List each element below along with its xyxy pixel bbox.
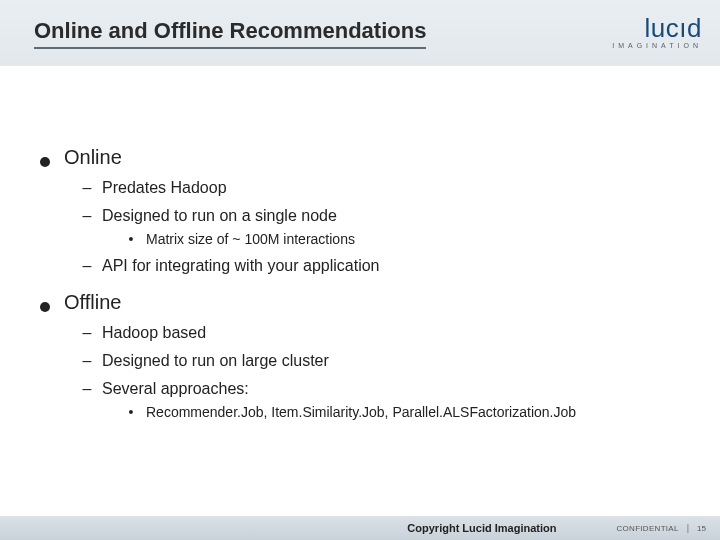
bullet-text: Designed to run on large cluster — [102, 352, 329, 370]
bullet-level2: – Hadoop based — [82, 324, 680, 342]
bullet-level2: – Designed to run on a single node — [82, 207, 680, 225]
bullet-level2: – Designed to run on large cluster — [82, 352, 680, 370]
bullet-level1: Online — [40, 146, 680, 169]
dot-bullet-icon: • — [126, 231, 136, 247]
logo-text-part2: d — [687, 13, 702, 43]
dash-bullet-icon: – — [82, 257, 92, 275]
dash-bullet-icon: – — [82, 207, 92, 225]
footer-copyright: Copyright Lucid Imagination — [407, 522, 556, 534]
header-band: Online and Offline Recommendations lucıd… — [0, 0, 720, 66]
bullet-text: Several approaches: — [102, 380, 249, 398]
bullet-level2: – Predates Hadoop — [82, 179, 680, 197]
bullet-text: Matrix size of ~ 100M interactions — [146, 231, 355, 247]
bullet-text: Designed to run on a single node — [102, 207, 337, 225]
bullet-level2: – API for integrating with your applicat… — [82, 257, 680, 275]
dash-bullet-icon: – — [82, 324, 92, 342]
bullet-text: Hadoop based — [102, 324, 206, 342]
bullet-text: API for integrating with your applicatio… — [102, 257, 379, 275]
footer-band: Copyright Lucid Imagination CONFIDENTIAL… — [0, 516, 720, 540]
section-heading: Online — [64, 146, 122, 169]
slide: Online and Offline Recommendations lucıd… — [0, 0, 720, 540]
bullet-level2: – Several approaches: — [82, 380, 680, 398]
bullet-text: Recommender.Job, Item.Similarity.Job, Pa… — [146, 404, 576, 420]
spacer — [40, 275, 680, 285]
logo-text-part1: lucı — [645, 13, 687, 43]
footer-confidential: CONFIDENTIAL — [616, 524, 678, 533]
dot-bullet-icon: • — [126, 404, 136, 420]
bullet-text: Predates Hadoop — [102, 179, 227, 197]
disc-bullet-icon — [40, 302, 50, 312]
dash-bullet-icon: – — [82, 380, 92, 398]
disc-bullet-icon — [40, 157, 50, 167]
dash-bullet-icon: – — [82, 179, 92, 197]
section-heading: Offline — [64, 291, 121, 314]
slide-body: Online – Predates Hadoop – Designed to r… — [40, 140, 680, 420]
slide-title: Online and Offline Recommendations — [34, 18, 426, 49]
footer-page-number: 15 — [697, 524, 706, 533]
logo-wordmark: lucıd — [645, 17, 702, 40]
brand-logo: lucıd IMAGINATION — [612, 17, 706, 49]
footer-separator: | — [687, 523, 689, 533]
bullet-level3: • Recommender.Job, Item.Similarity.Job, … — [126, 404, 680, 420]
bullet-level3: • Matrix size of ~ 100M interactions — [126, 231, 680, 247]
logo-subtext: IMAGINATION — [612, 42, 702, 49]
bullet-level1: Offline — [40, 291, 680, 314]
dash-bullet-icon: – — [82, 352, 92, 370]
